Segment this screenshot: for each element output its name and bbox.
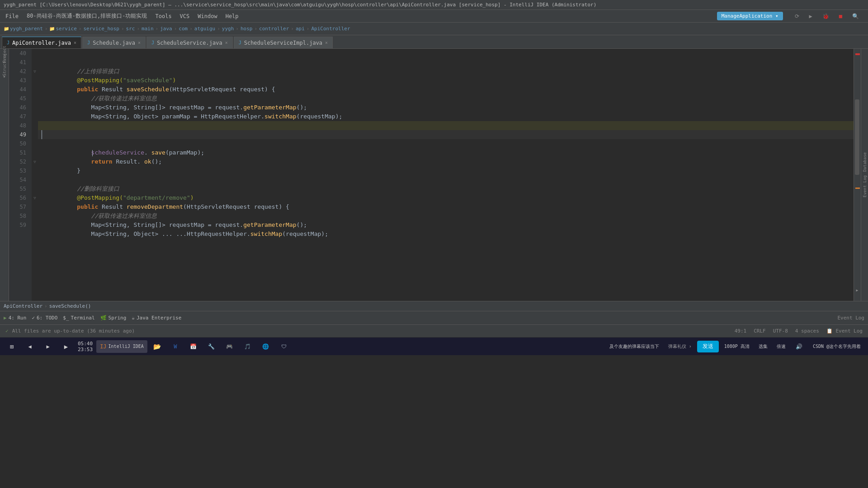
tab-apicontroller[interactable]: J ApiController.java × — [2, 37, 81, 48]
line-num-57: 57 — [9, 202, 30, 211]
resolution-label[interactable]: 1080P 高清 — [721, 340, 753, 353]
tab-close-scheduleserviceimpl[interactable]: × — [325, 40, 328, 45]
volume-btn[interactable]: 🔊 — [791, 339, 807, 354]
menu-help[interactable]: Help — [222, 12, 242, 21]
playlist-btn[interactable]: 选集 — [755, 340, 771, 353]
vcs-status: ✓ — [5, 328, 9, 334]
code-line-49[interactable] — [38, 130, 854, 139]
code-line-45: Map<String, String[]> requestMap = reque… — [38, 94, 854, 103]
run-tab[interactable]: ▶ 4: Run — [4, 315, 26, 321]
editor-container: Project Structure ★ 40 41 42 43 44 45 46… — [0, 49, 868, 301]
debug-icon[interactable]: 🐞 — [819, 12, 833, 21]
video-title[interactable]: 及个友趣的弹幕应该当下 — [606, 340, 663, 353]
database-panel-label[interactable]: Database — [863, 152, 867, 172]
event-log-status[interactable]: 📋 Event Log — [826, 328, 863, 334]
taskbar-play[interactable]: ▶ — [58, 339, 74, 354]
menu-bar: File 80-尚硅谷-尚医通-数据接口,排班接口-功能实现 Tools VCS… — [0, 10, 868, 23]
taskbar-start[interactable]: ⊞ — [4, 339, 20, 354]
run-icon: ▶ — [4, 315, 7, 321]
tab-java-icon4: J — [239, 40, 241, 45]
title-text: yygh_parent [C:\Users\lenovo\Desktop\062… — [4, 2, 596, 8]
bc-main[interactable]: main — [142, 26, 154, 32]
event-log-label[interactable]: Event Log — [863, 175, 867, 197]
taskbar-app3[interactable]: 🎮 — [222, 339, 238, 354]
bc-service[interactable]: 📁 service — [49, 26, 76, 32]
bc-hosp[interactable]: hosp — [241, 26, 253, 32]
line-num-53: 53 — [9, 166, 30, 175]
tab-java-icon3: J — [151, 40, 154, 45]
bc-yygh[interactable]: yygh — [222, 26, 234, 32]
cursor-position[interactable]: 49:1 — [735, 328, 747, 334]
tab-java-icon2: J — [87, 40, 90, 45]
taskbar-app5[interactable]: 🌐 — [258, 339, 274, 354]
tab-close-schedule[interactable]: × — [138, 40, 141, 45]
bc-atguigu[interactable]: atguigu — [194, 26, 215, 32]
code-editor[interactable]: //上传排班接口 @PostMapping("saveSchedule") pu… — [38, 49, 854, 301]
menu-tools[interactable]: Tools — [151, 12, 175, 21]
structure-icon[interactable]: Structure — [1, 61, 8, 69]
bc-controller[interactable]: controller — [259, 26, 289, 32]
taskbar-app4[interactable]: 🎵 — [240, 339, 256, 354]
menu-window[interactable]: Window — [194, 12, 221, 21]
taskbar-app6[interactable]: 🛡 — [276, 339, 292, 354]
app6-icon: 🛡 — [281, 343, 287, 350]
line-separator[interactable]: CRLF — [754, 328, 766, 334]
tab-schedule-service-impl[interactable]: J ScheduleServiceImpl.java × — [234, 37, 333, 48]
taskbar-back[interactable]: ◀ — [22, 339, 38, 354]
tab-close-apicontroller[interactable]: × — [74, 40, 76, 45]
bc-java[interactable]: java — [160, 26, 172, 32]
terminal-tab[interactable]: $_ Terminal — [63, 315, 94, 321]
bc-api[interactable]: api — [296, 26, 305, 32]
taskbar-calendar[interactable]: 📅 — [185, 339, 202, 354]
java-enterprise-tab[interactable]: ☕ Java Enterprise — [132, 315, 181, 321]
menu-file[interactable]: File — [2, 12, 22, 21]
line-num-43: 43 — [9, 76, 30, 85]
tab-close-scheduleservice[interactable]: × — [225, 40, 228, 45]
forward-icon: ▶ — [46, 343, 49, 350]
run-icon[interactable]: ▶ — [806, 12, 816, 21]
send-button[interactable]: 发送 — [697, 341, 719, 352]
error-marker — [855, 53, 860, 55]
line-num-45: 45 — [9, 94, 30, 103]
line-numbers-gutter: 40 41 42 43 44 45 46 47 48 49 50 51 52 5… — [9, 49, 32, 301]
spring-tab[interactable]: 🌿 Spring — [100, 315, 127, 321]
danmaku-label[interactable]: 弹幕礼仪 › — [665, 340, 695, 353]
breadcrumb-method[interactable]: saveSchedule() — [49, 303, 91, 309]
tab-schedule-service[interactable]: J ScheduleService.java × — [146, 37, 233, 48]
line-num-58: 58 — [9, 211, 30, 221]
speed-btn[interactable]: 倍速 — [773, 340, 789, 353]
manage-app-button[interactable]: ManageApplication ▾ — [717, 12, 783, 20]
tab-schedule[interactable]: J Schedule.java × — [82, 37, 146, 48]
clock-date: 23:53 — [78, 347, 93, 352]
csdn-label[interactable]: CSDN @这个名字先用着 — [809, 340, 864, 353]
code-line-59: Map<String, Object> ... ...HttpRequestHe… — [38, 221, 854, 230]
taskbar-word[interactable]: W — [167, 339, 184, 354]
taskbar-app2[interactable]: 🔧 — [203, 339, 220, 354]
search-icon[interactable]: 🔍 — [849, 12, 863, 21]
bc-com[interactable]: com — [179, 26, 188, 32]
line-num-51: 51 — [9, 148, 30, 157]
line-num-54: 54 — [9, 175, 30, 184]
taskbar-explorer[interactable]: 📂 — [149, 339, 165, 354]
refresh-icon[interactable]: ⟳ — [791, 12, 803, 21]
menu-course[interactable]: 80-尚硅谷-尚医通-数据接口,排班接口-功能实现 — [23, 11, 151, 21]
indent[interactable]: 4 spaces — [795, 328, 819, 334]
menu-vcs[interactable]: VCS — [176, 12, 193, 21]
scroll-down-btn[interactable]: ▶ — [854, 286, 861, 294]
taskbar-forward[interactable]: ▶ — [40, 339, 56, 354]
editor-scrollbar[interactable]: ▶ — [854, 49, 861, 301]
todo-tab[interactable]: ✓ 6: TODO — [32, 315, 57, 321]
stop-icon[interactable]: ■ — [835, 12, 846, 21]
encoding[interactable]: UTF-8 — [773, 328, 788, 334]
scroll-thumb[interactable] — [855, 99, 859, 175]
idea-icon: IJ — [100, 343, 106, 350]
bc-service-hosp[interactable]: service_hosp — [83, 26, 119, 32]
taskbar-app-idea[interactable]: IJ IntelliJ IDEA — [96, 340, 147, 353]
bc-apicontroller[interactable]: ApiController — [311, 26, 350, 32]
line-num-41: 41 — [9, 58, 30, 67]
bc-src[interactable]: src — [126, 26, 135, 32]
breadcrumb-class[interactable]: ApiController — [4, 303, 42, 309]
bc-yygh-parent[interactable]: 📁 yygh_parent — [4, 26, 43, 32]
event-log-btn[interactable]: Event Log — [837, 315, 864, 321]
warning-marker — [855, 188, 860, 189]
